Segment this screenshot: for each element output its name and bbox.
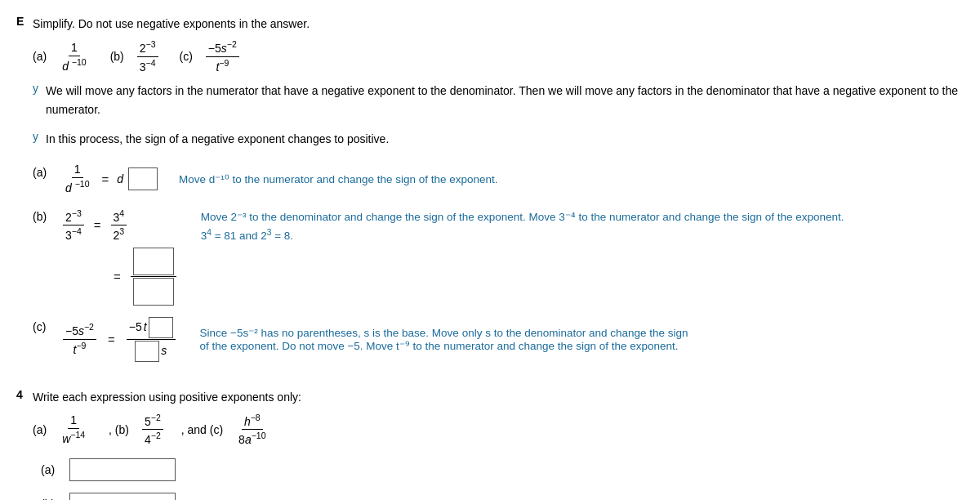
- part-b-fraction-lhs: 2−3 3−4: [63, 208, 84, 243]
- part-b-numerator-input[interactable]: [133, 248, 174, 275]
- part-a-work-label: (a): [33, 163, 61, 179]
- part-b-fraction-rhs1: 34 23: [111, 208, 127, 243]
- note1-text: We will move any factors in the numerato…: [46, 82, 964, 118]
- answer-b-input[interactable]: [69, 493, 176, 500]
- s4-part-c-expr: h−8 8a−10: [236, 413, 268, 447]
- part-b-label: (b): [110, 50, 124, 63]
- section-4-instruction: Write each expression using positive exp…: [33, 391, 301, 404]
- part-a-label: (a): [33, 50, 47, 63]
- part-a-input[interactable]: [128, 167, 158, 190]
- answer-a-label: (a): [41, 463, 69, 476]
- section-e: E Simplify. Do not use negative exponent…: [16, 15, 964, 373]
- part-c-equals: =: [108, 333, 115, 346]
- section-e-label: E: [16, 15, 26, 28]
- part-a-fraction: 1 d −10: [63, 163, 92, 194]
- part-c-work-row: (c) −5s−2 t−9 = −5t: [33, 317, 964, 362]
- part-a-equals: =: [102, 172, 109, 186]
- section-e-instruction: Simplify. Do not use negative exponents …: [33, 15, 964, 33]
- s4-part-a-expr: 1 w−14: [60, 413, 87, 445]
- note1-marker: y: [33, 82, 41, 95]
- part-b-work-label: (b): [33, 207, 61, 223]
- part-c-fraction-rhs: −5t s: [127, 317, 176, 362]
- note2-marker: y: [33, 130, 41, 143]
- s4-part-a-label: (a): [33, 423, 47, 436]
- part-b-expr: 2−3 3−4: [136, 39, 160, 74]
- section-4: 4 Write each expression using positive e…: [16, 388, 964, 500]
- part-c-work-label: (c): [33, 317, 61, 333]
- part-b-result: 34 = 81 and 23 = 8.: [201, 230, 293, 242]
- part-b-equals1: =: [94, 218, 101, 232]
- part-b-denominator-input[interactable]: [133, 278, 174, 306]
- part-c-s-input[interactable]: [135, 341, 159, 362]
- part-c-s-label: s: [161, 344, 167, 358]
- part-a-explanation: Move d⁻¹⁰ to the numerator and change th…: [179, 172, 498, 185]
- s4-and-c: , and (c): [181, 423, 223, 436]
- answer-a-input[interactable]: [69, 458, 176, 481]
- part-a-work-row: (a) 1 d −10 = d Move d⁻¹⁰ to the numerat…: [33, 163, 964, 194]
- part-c-t-exp-input[interactable]: [149, 317, 173, 338]
- part-b-equals2: =: [114, 270, 121, 283]
- part-b-explanation: Move 2⁻³ to the denominator and change t…: [201, 210, 844, 223]
- part-c-work: −5s−2 t−9 = −5t s: [61, 317, 964, 362]
- section-4-parts-intro: (a) 1 w−14 , (b) 5−2 4−2 , and (c) h−8 8…: [33, 413, 964, 447]
- note1-row: y We will move any factors in the numera…: [33, 82, 964, 125]
- part-a-work: 1 d −10 = d Move d⁻¹⁰ to the numerator a…: [61, 163, 964, 194]
- s4-part-b-expr: 5−2 4−2: [142, 413, 163, 447]
- section-4-number: 4: [16, 388, 26, 401]
- part-c-expr: −5s−2 t−9: [204, 39, 241, 74]
- part-c-label: (c): [180, 50, 193, 63]
- part-b-work: 2−3 3−4 = 34 23 =: [61, 207, 964, 306]
- part-a-d: d: [117, 172, 123, 185]
- part-c-fraction-lhs: −5s−2 t−9: [63, 322, 96, 356]
- part-b-fraction-rhs2: [131, 248, 176, 306]
- answer-b-row: (b): [41, 493, 964, 500]
- section-e-parts-intro: (a) 1 d −10 (b) 2−3 3−4 (c) −5s−2 t−9: [33, 39, 964, 74]
- s4-part-b-label: , (b): [109, 423, 129, 436]
- part-c-explanation: Since −5s⁻² has no parentheses, s is the…: [200, 326, 690, 352]
- answer-a-row: (a): [41, 458, 964, 481]
- note2-text: In this process, the sign of a negative …: [46, 130, 389, 148]
- note2-row: y In this process, the sign of a negativ…: [33, 130, 964, 154]
- part-a-expr: 1 d −10: [58, 41, 91, 73]
- part-b-work-row: (b) 2−3 3−4 = 34 23: [33, 207, 964, 306]
